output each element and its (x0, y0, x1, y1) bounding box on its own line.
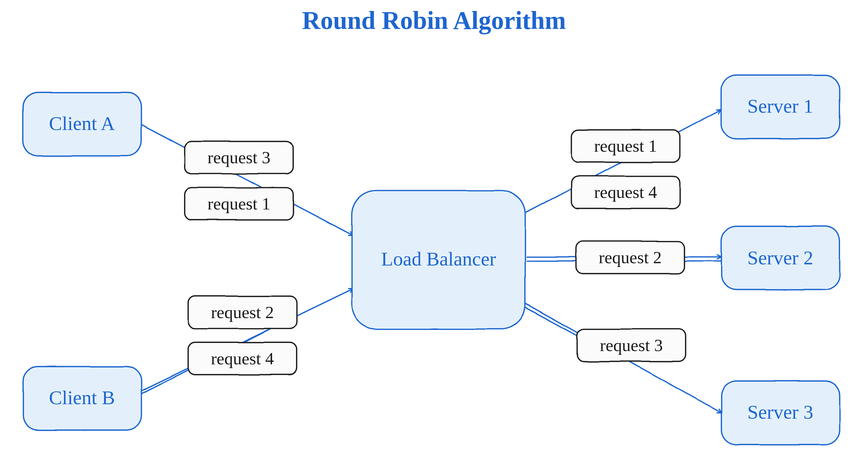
left-request-4-label: request 4 (211, 349, 274, 368)
server-3-label: Server 3 (747, 401, 813, 423)
left-request-1-label: request 1 (207, 194, 270, 213)
left-request-2-label: request 2 (211, 303, 274, 322)
client-a-label: Client A (49, 113, 115, 134)
diagram-canvas: Round Robin Algorithm Client A Client B … (0, 0, 868, 463)
right-request-2-label: request 2 (599, 248, 662, 267)
server-1-label: Server 1 (747, 95, 813, 117)
right-request-3-label: request 3 (600, 336, 663, 355)
server-2-label: Server 2 (747, 247, 813, 269)
client-b-label: Client B (49, 386, 115, 408)
left-request-3-label: request 3 (207, 148, 270, 167)
diagram-title: Round Robin Algorithm (302, 6, 566, 34)
load-balancer-label: Load Balancer (381, 248, 496, 270)
right-request-1-label: request 1 (594, 136, 657, 155)
arrow-balancer-to-server3-secondary (519, 304, 580, 337)
right-request-4-label: request 4 (594, 183, 657, 202)
